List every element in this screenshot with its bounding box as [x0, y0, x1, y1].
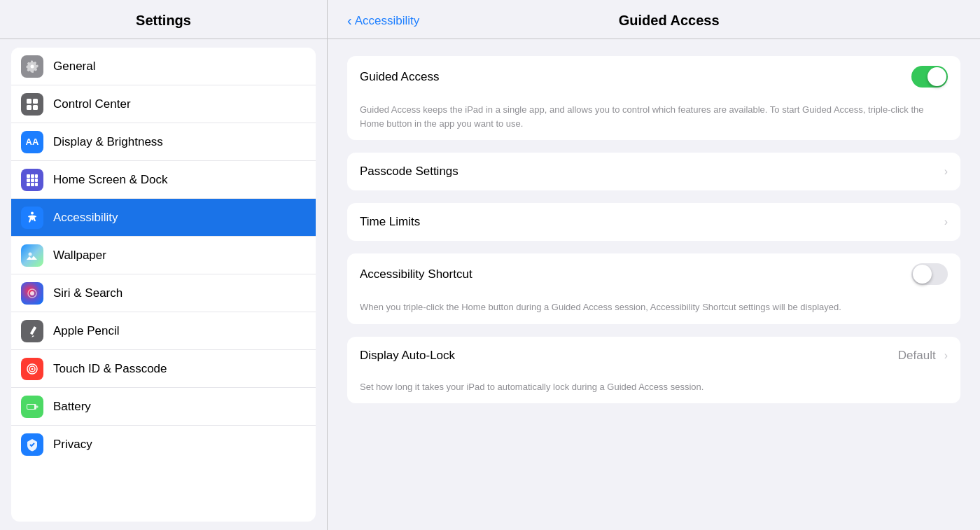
- svg-rect-2: [33, 99, 38, 104]
- svg-rect-5: [27, 174, 30, 178]
- back-button[interactable]: ‹ Accessibility: [347, 13, 419, 29]
- chevron-icon-passcode-settings-row: ›: [944, 165, 948, 178]
- control-center-icon: [21, 93, 43, 116]
- svg-rect-1: [27, 99, 31, 104]
- sidebar-item-pencil[interactable]: Apple Pencil: [11, 312, 316, 350]
- row-label-guided-access-toggle: Guided Access: [360, 70, 911, 84]
- panel-title: Guided Access: [433, 13, 904, 29]
- panel-header: ‹ Accessibility Guided Access: [328, 0, 980, 39]
- svg-rect-7: [35, 174, 38, 178]
- svg-rect-8: [27, 179, 30, 182]
- privacy-icon: [21, 433, 43, 456]
- sidebar-item-touchid[interactable]: Touch ID & Passcode: [11, 350, 316, 388]
- description-guided-access-main: Guided Access keeps the iPad in a single…: [347, 97, 960, 140]
- sidebar-item-label-homescreen: Home Screen & Dock: [53, 173, 167, 187]
- accessibility-icon: [21, 207, 43, 229]
- description-accessibility-shortcut: When you triple-click the Home button du…: [347, 295, 960, 324]
- sidebar-item-label-privacy: Privacy: [53, 438, 92, 452]
- card-accessibility-shortcut: Accessibility ShortcutWhen you triple-cl…: [347, 253, 960, 324]
- svg-rect-10: [35, 179, 38, 182]
- sidebar-item-display[interactable]: AADisplay & Brightness: [11, 123, 316, 161]
- wallpaper-icon: [21, 244, 43, 267]
- card-time-limits: Time Limits›: [347, 203, 960, 241]
- svg-point-14: [31, 211, 34, 214]
- svg-rect-11: [27, 183, 30, 186]
- description-display-auto-lock: Set how long it takes your iPad to autom…: [347, 375, 960, 404]
- card-passcode-settings: Passcode Settings›: [347, 153, 960, 190]
- sidebar-item-label-pencil: Apple Pencil: [53, 324, 120, 338]
- back-chevron-icon: ‹: [347, 13, 352, 29]
- svg-rect-9: [31, 179, 34, 182]
- sidebar-title: Settings: [0, 0, 327, 39]
- sidebar-item-label-touchid: Touch ID & Passcode: [53, 362, 167, 376]
- gear-icon: [21, 55, 43, 78]
- toggle-accessibility-shortcut-toggle[interactable]: [911, 263, 948, 285]
- battery-icon: [21, 396, 43, 418]
- toggle-guided-access-toggle[interactable]: [911, 66, 948, 88]
- svg-rect-23: [27, 405, 34, 409]
- row-label-passcode-settings-row: Passcode Settings: [360, 165, 939, 179]
- row-display-auto-lock-row[interactable]: Display Auto-LockDefault›: [347, 337, 960, 375]
- sidebar-item-accessibility[interactable]: Accessibility: [11, 199, 316, 237]
- sidebar-item-homescreen[interactable]: Home Screen & Dock: [11, 161, 316, 199]
- sidebar-item-control-center[interactable]: Control Center: [11, 85, 316, 123]
- row-time-limits-row[interactable]: Time Limits›: [347, 203, 960, 241]
- sidebar-item-battery[interactable]: Battery: [11, 388, 316, 426]
- svg-rect-22: [36, 405, 38, 407]
- row-passcode-settings-row[interactable]: Passcode Settings›: [347, 153, 960, 190]
- display-icon: AA: [21, 131, 43, 153]
- back-label: Accessibility: [355, 14, 420, 28]
- svg-rect-18: [30, 326, 36, 334]
- svg-point-17: [30, 291, 34, 295]
- svg-rect-3: [27, 105, 31, 110]
- sidebar-item-label-battery: Battery: [53, 400, 91, 414]
- sidebar-item-siri[interactable]: Siri & Search: [11, 274, 316, 312]
- sidebar-item-label-control-center: Control Center: [53, 97, 131, 111]
- sidebar-list: GeneralControl CenterAADisplay & Brightn…: [11, 48, 316, 522]
- svg-marker-19: [31, 335, 34, 337]
- chevron-icon-display-auto-lock-row: ›: [944, 349, 948, 362]
- row-label-display-auto-lock-row: Display Auto-Lock: [360, 349, 898, 363]
- row-label-accessibility-shortcut-toggle: Accessibility Shortcut: [360, 267, 911, 281]
- sidebar-item-label-accessibility: Accessibility: [53, 211, 118, 225]
- toggle-knob-guided-access-toggle: [927, 67, 946, 86]
- main-panel: ‹ Accessibility Guided Access Guided Acc…: [328, 0, 980, 530]
- svg-rect-12: [31, 183, 34, 186]
- svg-rect-4: [33, 105, 38, 110]
- sidebar-item-label-wallpaper: Wallpaper: [53, 249, 106, 263]
- touchid-icon: [21, 358, 43, 380]
- sidebar-item-privacy[interactable]: Privacy: [11, 426, 316, 463]
- card-display-auto-lock: Display Auto-LockDefault›Set how long it…: [347, 337, 960, 404]
- siri-icon: [21, 282, 43, 305]
- sidebar-item-label-general: General: [53, 60, 95, 74]
- panel-content: Guided AccessGuided Access keeps the iPa…: [328, 39, 980, 420]
- pencil-icon: [21, 320, 43, 342]
- card-guided-access-main: Guided AccessGuided Access keeps the iPa…: [347, 56, 960, 140]
- sidebar-item-label-siri: Siri & Search: [53, 286, 122, 300]
- row-accessibility-shortcut-toggle[interactable]: Accessibility Shortcut: [347, 253, 960, 295]
- svg-rect-6: [31, 174, 34, 178]
- value-display-auto-lock-row: Default: [898, 349, 936, 363]
- sidebar: Settings GeneralControl CenterAADisplay …: [0, 0, 328, 530]
- svg-point-20: [31, 368, 34, 370]
- sidebar-item-label-display: Display & Brightness: [53, 135, 163, 149]
- row-label-time-limits-row: Time Limits: [360, 215, 939, 229]
- svg-rect-13: [35, 183, 38, 186]
- chevron-icon-time-limits-row: ›: [944, 216, 948, 228]
- sidebar-item-general[interactable]: General: [11, 48, 316, 85]
- sidebar-item-wallpaper[interactable]: Wallpaper: [11, 237, 316, 274]
- toggle-knob-accessibility-shortcut-toggle: [913, 265, 932, 284]
- homescreen-icon: [21, 169, 43, 191]
- svg-point-15: [29, 252, 32, 256]
- row-guided-access-toggle[interactable]: Guided Access: [347, 56, 960, 97]
